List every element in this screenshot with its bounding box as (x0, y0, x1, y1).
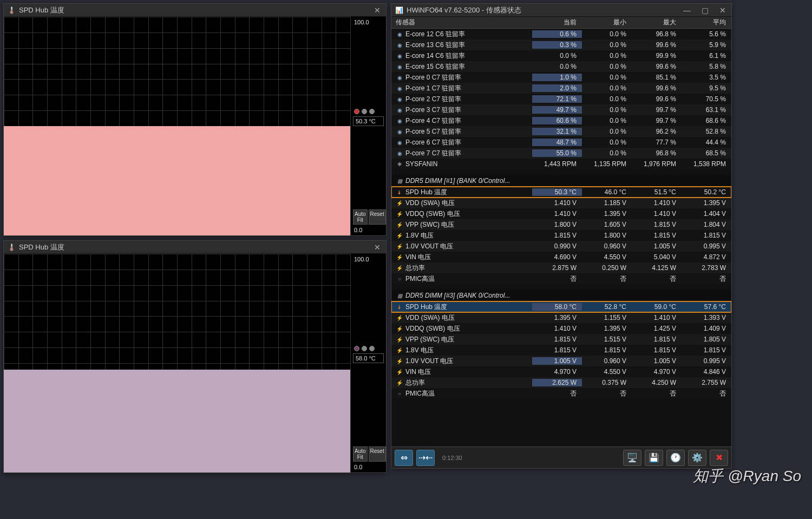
col-header-max[interactable]: 最大 (632, 18, 682, 27)
sensor-row[interactable]: ◉P-core 2 C7 驻留率72.1 %0.0 %99.6 %70.5 % (391, 94, 731, 104)
sensor-row[interactable]: ⚡VIN 电压4.690 V4.550 V5.040 V4.872 V (391, 252, 731, 262)
sensor-avg: 68.6 % (682, 117, 731, 124)
color-dot[interactable] (362, 109, 367, 114)
sensor-avg: 1.393 V (682, 314, 731, 321)
color-dot[interactable] (354, 109, 359, 114)
sensor-row[interactable]: ⚡1.8V 电压1.815 V1.815 V1.815 V1.815 V (391, 345, 731, 356)
sensor-min: 0.375 W (582, 379, 632, 386)
clock-button[interactable]: 🕐 (666, 450, 685, 466)
reset-button[interactable]: Reset (369, 209, 386, 225)
titlebar[interactable]: 📊 HWiNFO64 v7.62-5200 - 传感器状态 — ▢ ✕ (391, 4, 731, 17)
bolt-icon: ⚡ (396, 221, 403, 228)
section-header[interactable]: ▦DDR5 DIMM [#3] (BANK 0/Control... (391, 290, 731, 301)
sensor-row[interactable]: ✱SYSFANIN1,443 RPM1,135 RPM1,976 RPM1,53… (391, 159, 731, 169)
sensor-avg: 50.2 °C (682, 188, 731, 196)
sensor-max: 1.815 V (632, 346, 682, 354)
sensor-cur: 1.815 V (532, 232, 582, 239)
sensor-row[interactable]: ○PMIC高温否否否否 (391, 388, 731, 399)
sensor-row[interactable]: ◉P-core 6 C7 驻留率48.7 %0.0 %77.7 %44.4 % (391, 137, 731, 148)
chip-icon: ▦ (396, 292, 403, 299)
section-header[interactable]: ▦DDR5 DIMM [#1] (BANK 0/Control... (391, 175, 731, 187)
autofit-button[interactable]: Auto Fit (353, 446, 368, 462)
sensor-name: E-core 15 C6 驻留率 (405, 62, 465, 71)
reset-button[interactable]: Reset (369, 446, 386, 462)
sensor-row[interactable]: ⚡VDD (SWA) 电压1.410 V1.185 V1.410 V1.395 … (391, 198, 731, 208)
series-color-dots[interactable] (352, 345, 385, 352)
sensor-row[interactable]: ⚡1.0V VOUT 电压0.990 V0.960 V1.005 V0.995 … (391, 241, 731, 252)
sensor-min: 0.0 % (582, 41, 632, 49)
col-header-current[interactable]: 当前 (532, 18, 582, 27)
autofit-button[interactable]: Auto Fit (353, 209, 368, 225)
sensor-min: 0.0 % (582, 95, 632, 103)
sensor-max: 4.970 V (632, 368, 682, 376)
sensor-cur: 48.7 % (532, 139, 582, 146)
sensor-max: 1.425 V (632, 325, 682, 332)
sensor-row[interactable]: ◉E-core 13 C6 驻留率0.3 %0.0 %99.6 %5.9 % (391, 40, 731, 50)
sensor-avg: 1.804 V (682, 221, 731, 228)
sensor-max: 1.815 V (632, 232, 682, 239)
sensor-row[interactable]: ⚡VPP (SWC) 电压1.815 V1.515 V1.815 V1.805 … (391, 334, 731, 345)
exit-button[interactable]: ✖ (710, 450, 728, 466)
bolt-icon: ⚡ (396, 242, 403, 250)
sensor-max: 99.7 % (632, 117, 682, 124)
titlebar[interactable]: 🌡️ SPD Hub 温度 ✕ (4, 241, 386, 254)
sensor-max: 4.125 W (632, 264, 682, 272)
color-dot[interactable] (369, 109, 375, 114)
sensor-cur: 2.875 W (532, 264, 582, 272)
minimize-icon[interactable]: — (681, 6, 693, 15)
col-header-min[interactable]: 最小 (582, 18, 632, 27)
sensor-row[interactable]: ⚡1.8V 电压1.815 V1.800 V1.815 V1.815 V (391, 230, 731, 241)
sensor-row[interactable]: ⚡1.0V VOUT 电压1.005 V0.960 V1.005 V0.995 … (391, 356, 731, 366)
sensor-row[interactable]: ◉P-core 3 C7 驻留率49.7 %0.0 %99.7 %63.1 % (391, 104, 731, 115)
sensor-row[interactable]: ⚡总功率2.875 W0.250 W4.125 W2.783 W (391, 262, 731, 273)
expand-all-button[interactable]: ⇔ (395, 450, 413, 466)
sensor-row[interactable]: ⚡VDD (SWA) 电压1.395 V1.155 V1.410 V1.393 … (391, 312, 731, 323)
clock-icon: ◉ (396, 117, 403, 124)
sensor-name: P-core 5 C7 驻留率 (405, 127, 461, 136)
sensor-row[interactable]: ◉P-core 4 C7 驻留率60.6 %0.0 %99.7 %68.6 % (391, 115, 731, 126)
color-dot[interactable] (369, 346, 375, 351)
sensor-row[interactable]: ◉E-core 14 C6 驻留率0.0 %0.0 %99.9 %6.1 % (391, 50, 731, 61)
sensor-name: P-core 3 C7 驻留率 (405, 106, 461, 115)
sensor-cur: 50.3 °C (532, 188, 582, 196)
settings-button[interactable]: ⚙️ (688, 450, 706, 466)
sensor-max: 否 (632, 274, 682, 284)
column-headers[interactable]: 传感器 当前 最小 最大 平均 (391, 17, 731, 29)
sensor-min: 1.155 V (582, 314, 632, 321)
sensor-row[interactable]: ◉E-core 12 C6 驻留率0.6 %0.0 %96.8 %5.6 % (391, 29, 731, 40)
collapse-all-button[interactable]: ⇢⇠ (416, 450, 435, 466)
sensor-max: 1.815 V (632, 336, 682, 343)
clock-icon: ◉ (396, 30, 403, 38)
sensor-row[interactable]: ◉P-core 1 C7 驻留率2.0 %0.0 %99.6 %9.5 % (391, 83, 731, 94)
sensor-name: 1.0V VOUT 电压 (405, 357, 453, 366)
sensor-row[interactable]: ⚡总功率2.625 W0.375 W4.250 W2.755 W (391, 377, 731, 388)
sensor-row[interactable]: ◉P-core 5 C7 驻留率32.1 %0.0 %96.2 %52.8 % (391, 126, 731, 137)
close-icon[interactable]: ✕ (372, 243, 383, 252)
col-header-avg[interactable]: 平均 (682, 18, 731, 27)
sensor-avg: 2.755 W (682, 379, 731, 386)
save-button[interactable]: 💾 (645, 450, 663, 466)
layout-button[interactable]: 🖥️ (623, 450, 641, 466)
sensor-row[interactable]: 🌡SPD Hub 温度50.3 °C46.0 °C51.5 °C50.2 °C (391, 187, 731, 198)
sensor-row[interactable]: ⚡VPP (SWC) 电压1.800 V1.605 V1.815 V1.804 … (391, 219, 731, 230)
color-dot[interactable] (362, 346, 367, 351)
col-header-sensor[interactable]: 传感器 (391, 18, 532, 27)
sensor-row[interactable]: 🌡SPD Hub 温度58.0 °C52.8 °C59.0 °C57.6 °C (391, 301, 731, 312)
sensor-rows-container[interactable]: ◉E-core 12 C6 驻留率0.6 %0.0 %96.8 %5.6 %◉E… (391, 29, 731, 446)
series-color-dots[interactable] (352, 108, 385, 115)
sensor-min: 0.0 % (582, 128, 632, 135)
sensor-row[interactable]: ⚡VIN 电压4.970 V4.550 V4.970 V4.846 V (391, 366, 731, 377)
color-dot[interactable] (354, 346, 359, 351)
sensor-row[interactable]: ◉P-core 7 C7 驻留率55.0 %0.0 %96.8 %68.5 % (391, 148, 731, 159)
close-icon[interactable]: ✕ (717, 6, 728, 15)
titlebar[interactable]: 🌡️ SPD Hub 温度 ✕ (4, 4, 386, 17)
window-title: SPD Hub 温度 (19, 242, 372, 252)
sensor-row[interactable]: ◉E-core 15 C6 驻留率0.0 %0.0 %99.6 %5.8 % (391, 61, 731, 72)
sensor-row[interactable]: ◉P-core 0 C7 驻留率1.0 %0.0 %85.1 %3.5 % (391, 72, 731, 83)
maximize-icon[interactable]: ▢ (699, 6, 711, 15)
sensor-row[interactable]: ⚡VDDQ (SWB) 电压1.410 V1.395 V1.410 V1.404… (391, 208, 731, 219)
sensor-row[interactable]: ○PMIC高温否否否否 (391, 273, 731, 284)
close-icon[interactable]: ✕ (372, 6, 383, 15)
sensor-cur: 否 (532, 274, 582, 284)
sensor-row[interactable]: ⚡VDDQ (SWB) 电压1.410 V1.395 V1.425 V1.409… (391, 323, 731, 334)
